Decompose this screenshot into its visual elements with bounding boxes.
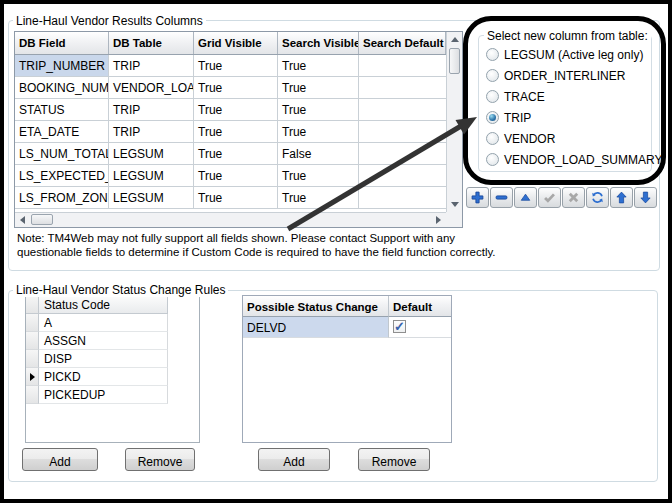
- status-change-cell[interactable]: DELVD: [243, 317, 389, 338]
- grid-cell[interactable]: True: [194, 187, 278, 208]
- status-cell[interactable]: A: [39, 314, 168, 332]
- status-change-remove-button[interactable]: Remove: [358, 448, 430, 471]
- scroll-up-button[interactable]: [447, 32, 462, 47]
- radio-option-legsum[interactable]: LEGSUM (Active leg only): [486, 44, 652, 65]
- status-code-column-header[interactable]: Status Code: [39, 296, 168, 314]
- grid-row[interactable]: TRIP_NUMBER TRIP True True: [15, 55, 446, 77]
- grid-cell[interactable]: LEGSUM: [109, 165, 194, 186]
- vertical-scroll-thumb[interactable]: [449, 48, 460, 74]
- radio-option-trip[interactable]: TRIP: [486, 107, 652, 128]
- column-header-db-field[interactable]: DB Field: [15, 32, 109, 54]
- grid-cell[interactable]: False: [278, 143, 359, 164]
- grid-cell[interactable]: True: [278, 121, 359, 142]
- grid-row[interactable]: LS_EXPECTED_D LEGSUM True True: [15, 165, 446, 187]
- horizontal-scroll-thumb[interactable]: [31, 214, 53, 225]
- status-code-list: Status Code A ASSGN DISP PICKD PICKEDUP: [25, 295, 200, 443]
- table-radio-list: LEGSUM (Active leg only) ORDER_INTERLINE…: [486, 44, 652, 170]
- grid-cell[interactable]: LS_FROM_ZONE: [15, 187, 109, 208]
- radio-icon: [486, 153, 499, 166]
- grid-row[interactable]: BOOKING_NUMB VENDOR_LOAD_ True True: [15, 77, 446, 99]
- status-row[interactable]: ASSGN: [26, 332, 199, 350]
- plus-button[interactable]: [466, 187, 489, 208]
- grid-cell[interactable]: True: [194, 165, 278, 186]
- grid-vertical-scrollbar[interactable]: [446, 32, 462, 212]
- status-cell[interactable]: PICKD: [39, 368, 168, 386]
- radio-icon: [486, 48, 499, 61]
- grid-row[interactable]: STATUS TRIP True True: [15, 99, 446, 121]
- grid-cell[interactable]: LEGSUM: [109, 187, 194, 208]
- status-row[interactable]: DISP: [26, 350, 199, 368]
- scroll-right-button[interactable]: [431, 213, 446, 227]
- grid-cell[interactable]: True: [278, 55, 359, 76]
- column-header-search-default[interactable]: Search Default: [359, 32, 446, 54]
- grid-cell[interactable]: LS_EXPECTED_D: [15, 165, 109, 186]
- change-table-row[interactable]: DELVD: [243, 317, 451, 338]
- grid-row[interactable]: LS_FROM_ZONE LEGSUM True True: [15, 187, 446, 209]
- minus-button[interactable]: [490, 187, 513, 208]
- grid-cell[interactable]: True: [194, 121, 278, 142]
- column-header-search-visible[interactable]: Search Visible: [278, 32, 359, 54]
- grid-cell[interactable]: True: [194, 99, 278, 120]
- grid-cell[interactable]: LEGSUM: [109, 143, 194, 164]
- status-code-add-button[interactable]: Add: [22, 448, 98, 471]
- grid-cell[interactable]: [359, 55, 446, 76]
- column-header-grid-visible[interactable]: Grid Visible: [194, 32, 278, 54]
- grid-cell[interactable]: True: [278, 165, 359, 186]
- grid-cell[interactable]: [359, 77, 446, 98]
- default-column-header[interactable]: Default: [389, 296, 451, 317]
- grid-cell[interactable]: True: [194, 143, 278, 164]
- arrow-down-button[interactable]: [634, 187, 657, 208]
- grid-cell[interactable]: LS_NUM_TOTAL: [15, 143, 109, 164]
- grid-cell[interactable]: True: [278, 77, 359, 98]
- radio-option-label: TRACE: [504, 90, 545, 104]
- status-code-remove-button[interactable]: Remove: [125, 448, 195, 471]
- grid-cell[interactable]: [359, 121, 446, 142]
- status-cell[interactable]: ASSGN: [39, 332, 168, 350]
- grid-cell[interactable]: BOOKING_NUMB: [15, 77, 109, 98]
- grid-header-row: DB Field DB Table Grid Visible Search Vi…: [15, 32, 446, 55]
- grid-cell-selected[interactable]: TRIP_NUMBER: [15, 55, 109, 76]
- status-row[interactable]: A: [26, 314, 199, 332]
- grid-horizontal-scrollbar[interactable]: [15, 212, 446, 227]
- arrow-up-button[interactable]: [610, 187, 633, 208]
- grid-cell[interactable]: STATUS: [15, 99, 109, 120]
- row-header-corner: [26, 296, 39, 314]
- cross-button[interactable]: [562, 187, 585, 208]
- status-cell[interactable]: PICKEDUP: [39, 386, 168, 404]
- triangle-down-icon: [451, 202, 459, 207]
- grid-cell[interactable]: True: [278, 187, 359, 208]
- grid-cell[interactable]: TRIP: [109, 99, 194, 120]
- grid-cell[interactable]: True: [278, 99, 359, 120]
- grid-cell[interactable]: [359, 99, 446, 120]
- row-header: [26, 314, 39, 332]
- grid-cell[interactable]: TRIP: [109, 55, 194, 76]
- radio-option-vendor-load-summary[interactable]: VENDOR_LOAD_SUMMARY: [486, 149, 652, 170]
- status-change-add-button[interactable]: Add: [258, 448, 330, 471]
- radio-option-trace[interactable]: TRACE: [486, 86, 652, 107]
- scroll-down-button[interactable]: [447, 197, 462, 212]
- triangle-up-button[interactable]: [514, 187, 537, 208]
- grid-cell[interactable]: ETA_DATE: [15, 121, 109, 142]
- grid-cell[interactable]: VENDOR_LOAD_: [109, 77, 194, 98]
- grid-cell[interactable]: [359, 165, 446, 186]
- grid-cell[interactable]: [359, 143, 446, 164]
- default-checkbox[interactable]: [393, 320, 406, 333]
- refresh-button[interactable]: [586, 187, 609, 208]
- grid-cell[interactable]: True: [194, 77, 278, 98]
- grid-cell[interactable]: True: [194, 55, 278, 76]
- radio-option-order-interliner[interactable]: ORDER_INTERLINER: [486, 65, 652, 86]
- grid-row[interactable]: LS_NUM_TOTAL LEGSUM True False: [15, 143, 446, 165]
- possible-status-change-column-header[interactable]: Possible Status Change: [243, 296, 389, 317]
- scroll-left-button[interactable]: [15, 213, 30, 227]
- column-header-db-table[interactable]: DB Table: [109, 32, 194, 54]
- check-button[interactable]: [538, 187, 561, 208]
- row-header: [26, 386, 39, 404]
- grid-cell[interactable]: [359, 187, 446, 208]
- status-cell[interactable]: DISP: [39, 350, 168, 368]
- status-row[interactable]: PICKEDUP: [26, 386, 199, 404]
- grid-cell[interactable]: TRIP: [109, 121, 194, 142]
- radio-option-vendor[interactable]: VENDOR: [486, 128, 652, 149]
- status-row-active[interactable]: PICKD: [26, 368, 199, 386]
- grid-row[interactable]: ETA_DATE TRIP True True: [15, 121, 446, 143]
- settings-panel: Line-Haul Vendor Results Columns DB Fiel…: [0, 0, 672, 503]
